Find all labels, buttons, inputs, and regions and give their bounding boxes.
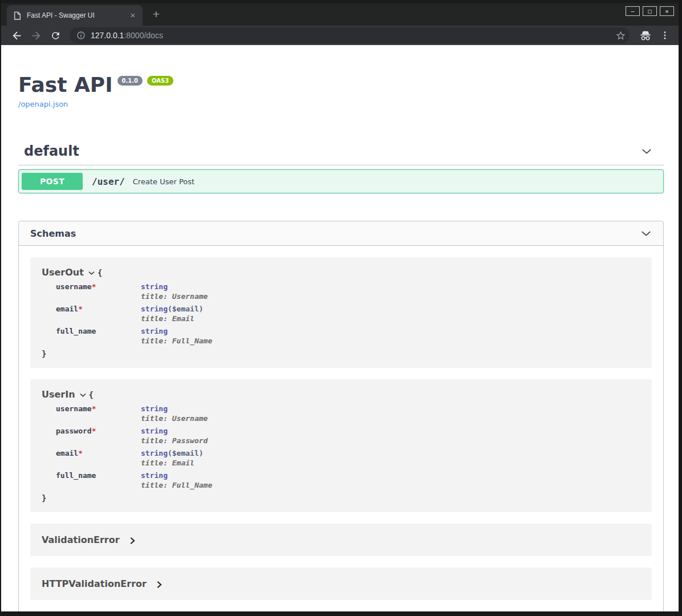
url-path: :8000/docs — [124, 31, 163, 40]
chevron-right-icon[interactable] — [156, 581, 163, 589]
property-detail: string title: Username — [141, 282, 208, 301]
incognito-icon — [639, 30, 652, 41]
property-detail: string($email) title: Email — [141, 449, 204, 467]
chevron-down-icon[interactable] — [79, 391, 87, 399]
swagger-page: Fast API 0.1.0 OAS3 /openapi.json defaul… — [1, 45, 679, 611]
model-userin: UserIn { username* string tit — [30, 379, 652, 512]
property-title: title: Password — [141, 436, 208, 445]
property-type: string — [141, 427, 168, 435]
property-row: password* string title: Password — [56, 427, 640, 445]
chevron-right-icon[interactable] — [129, 537, 136, 545]
maximize-button[interactable]: □ — [643, 6, 657, 16]
property-detail: string($email) title: Email — [141, 305, 204, 323]
property-name: full_name — [56, 471, 141, 489]
browser-menu-button[interactable] — [657, 27, 673, 43]
property-row: full_name string title: Full_Name — [56, 471, 640, 489]
info-icon[interactable] — [76, 31, 86, 40]
model-userout: UserOut { username* string ti — [30, 257, 652, 368]
method-badge: POST — [22, 173, 83, 190]
property-row: email* string($email) title: Email — [56, 305, 640, 323]
model-httpvalidationerror[interactable]: HTTPValidationError — [30, 568, 652, 600]
model-title: UserOut — [42, 267, 84, 278]
property-title: title: Username — [141, 414, 208, 423]
tag-title: default — [24, 143, 79, 159]
required-star: * — [78, 449, 83, 457]
browser-window: Fast API - Swagger UI × + – □ ✕ — [1, 0, 679, 611]
window-controls: – □ ✕ — [626, 6, 674, 16]
schemas-section: Schemas UserOut { — [18, 221, 664, 611]
model-title: ValidationError — [42, 534, 120, 545]
tag-header-default[interactable]: default — [18, 137, 664, 165]
tag-section-default: default POST /user/ Create User Post — [18, 137, 664, 193]
property-detail: string title: Username — [141, 404, 208, 423]
kebab-menu-icon — [660, 30, 670, 40]
open-brace: { — [89, 390, 94, 399]
document-icon — [14, 11, 21, 20]
oas3-badge: OAS3 — [147, 76, 173, 86]
property-type: string — [141, 327, 168, 335]
property-detail: string title: Full_Name — [141, 471, 212, 489]
new-tab-button[interactable]: + — [149, 8, 163, 22]
close-brace: } — [42, 349, 640, 358]
property-type: string — [141, 305, 168, 313]
api-info: Fast API 0.1.0 OAS3 /openapi.json — [18, 45, 664, 109]
endpoint-summary: Create User Post — [131, 177, 194, 186]
property-row: full_name string title: Full_Name — [56, 327, 640, 345]
property-name: email* — [56, 305, 141, 323]
back-button[interactable] — [9, 28, 24, 43]
url-bar[interactable]: 127.0.0.1:8000/docs — [70, 27, 630, 43]
model-userout-header[interactable]: UserOut { — [42, 267, 640, 278]
chevron-down-icon[interactable] — [641, 145, 652, 157]
property-detail: string title: Full_Name — [141, 327, 212, 345]
property-name: password* — [56, 427, 141, 445]
schemas-header[interactable]: Schemas — [19, 221, 663, 246]
property-format: ($email) — [168, 305, 204, 313]
model-userin-header[interactable]: UserIn { — [42, 389, 640, 400]
browser-tab[interactable]: Fast API - Swagger UI × — [7, 5, 143, 26]
property-type: string — [141, 449, 168, 457]
property-format: ($email) — [168, 449, 204, 457]
browser-toolbar: 127.0.0.1:8000/docs — [1, 26, 679, 45]
property-type: string — [141, 404, 168, 413]
tab-close-icon[interactable]: × — [128, 10, 138, 21]
forward-icon — [30, 30, 42, 42]
model-title: UserIn — [42, 389, 75, 400]
chevron-down-icon[interactable] — [640, 228, 652, 239]
close-button[interactable]: ✕ — [660, 6, 674, 16]
reload-icon — [50, 30, 61, 41]
required-star: * — [92, 427, 96, 435]
chevron-down-icon[interactable] — [88, 269, 95, 277]
reload-button[interactable] — [48, 28, 63, 43]
open-brace: { — [98, 268, 102, 277]
titlebar: Fast API - Swagger UI × + – □ ✕ — [1, 0, 679, 26]
model-validationerror[interactable]: ValidationError — [30, 524, 652, 556]
property-row: username* string title: Username — [56, 404, 640, 423]
property-title: title: Email — [141, 459, 204, 467]
property-title: title: Full_Name — [141, 481, 212, 489]
opblock-summary[interactable]: POST /user/ Create User Post — [19, 170, 663, 193]
schemas-body: UserOut { username* string ti — [19, 246, 663, 611]
close-brace: } — [42, 493, 640, 502]
page-title: Fast API — [18, 74, 113, 96]
property-row: email* string($email) title: Email — [56, 449, 640, 467]
property-name: username* — [56, 404, 141, 423]
property-detail: string title: Password — [141, 427, 208, 445]
minimize-button[interactable]: – — [626, 6, 640, 16]
url-text[interactable]: 127.0.0.1:8000/docs — [91, 31, 615, 40]
required-star: * — [78, 305, 83, 313]
property-type: string — [141, 282, 168, 291]
forward-button[interactable] — [29, 28, 43, 43]
property-name: username* — [56, 282, 141, 301]
openapi-spec-link[interactable]: /openapi.json — [18, 100, 68, 108]
property-title: title: Full_Name — [141, 337, 212, 345]
property-name: full_name — [56, 327, 141, 345]
bookmark-star-icon[interactable] — [615, 30, 626, 41]
endpoint-path: /user/ — [83, 176, 131, 187]
tab-title: Fast API - Swagger UI — [27, 11, 128, 19]
model-title: HTTPValidationError — [42, 578, 147, 589]
property-title: title: Email — [141, 314, 204, 323]
version-badge: 0.1.0 — [117, 76, 143, 86]
back-icon — [11, 30, 23, 42]
opblock-post-user: POST /user/ Create User Post — [18, 169, 664, 193]
property-row: username* string title: Username — [56, 282, 640, 301]
